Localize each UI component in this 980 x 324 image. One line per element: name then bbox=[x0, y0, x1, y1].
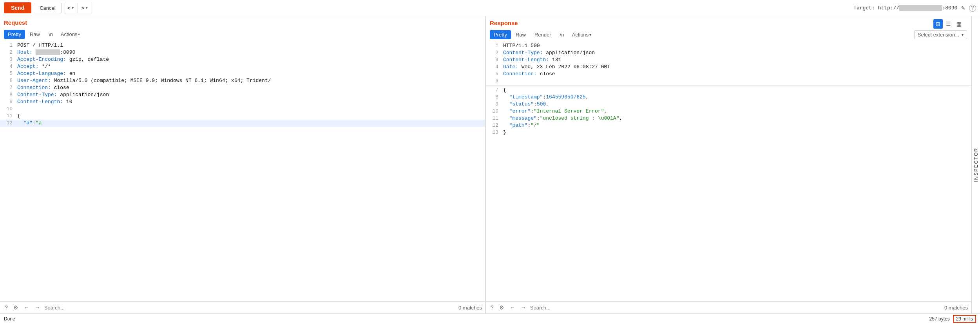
forward-dropdown-icon: ▼ bbox=[85, 6, 89, 10]
response-search-next-icon[interactable]: → bbox=[519, 304, 528, 311]
response-tab-render[interactable]: Render bbox=[531, 30, 555, 39]
table-row: 9 "status":500, bbox=[486, 101, 971, 108]
response-search-input[interactable] bbox=[530, 305, 942, 311]
table-row: 7 Connection: close bbox=[0, 84, 485, 91]
request-title: Request bbox=[4, 19, 481, 26]
millis-badge: 29 millis bbox=[953, 315, 976, 323]
target-url-masked: ██████████████ bbox=[899, 5, 942, 11]
table-row: 7 { bbox=[486, 87, 971, 94]
help-icon[interactable]: ? bbox=[969, 4, 976, 12]
table-row: 4 Date: Wed, 23 Feb 2022 06:08:27 GMT bbox=[486, 64, 971, 71]
table-row: 4 Accept: */* bbox=[0, 63, 485, 70]
table-row: 12 "a":"a bbox=[0, 120, 485, 127]
toolbar-right: Target: http://██████████████:8090 ✎ ? bbox=[853, 4, 976, 12]
target-label: Target: http://██████████████:8090 bbox=[853, 5, 957, 11]
request-actions-label: Actions bbox=[61, 31, 78, 37]
table-row: 5 Accept-Language: en bbox=[0, 70, 485, 77]
send-button[interactable]: Send bbox=[4, 2, 31, 13]
table-row: 13 } bbox=[486, 129, 971, 136]
response-tab-newline[interactable]: \n bbox=[556, 30, 568, 39]
response-search-bar: ? ⚙ ← → 0 matches bbox=[486, 301, 971, 313]
request-search-input[interactable] bbox=[44, 305, 456, 311]
status-right: 257 bytes 29 millis bbox=[929, 315, 976, 323]
status-done-text: Done bbox=[4, 316, 929, 322]
back-dropdown-icon: ▼ bbox=[71, 6, 74, 10]
response-actions-chevron-icon: ▾ bbox=[589, 33, 591, 37]
request-search-bar: ? ⚙ ← → 0 matches bbox=[0, 301, 485, 313]
request-panel: Request Pretty Raw \n Actions ▾ 1 POST /… bbox=[0, 16, 486, 313]
back-button[interactable]: < ▼ bbox=[64, 3, 78, 13]
main-content: Request Pretty Raw \n Actions ▾ 1 POST /… bbox=[0, 16, 980, 313]
response-help-search-icon[interactable]: ? bbox=[489, 304, 495, 311]
cancel-button[interactable]: Cancel bbox=[34, 3, 61, 13]
table-row: 1 POST / HTTP/1.1 bbox=[0, 42, 485, 49]
edit-target-icon[interactable]: ✎ bbox=[961, 4, 965, 12]
request-code-area[interactable]: 1 POST / HTTP/1.1 2 Host: ████████:8090 … bbox=[0, 40, 485, 301]
select-extension-button[interactable]: Select extension... ▾ bbox=[914, 30, 967, 39]
inspector-sidebar[interactable]: INSPECTOR bbox=[971, 16, 980, 313]
response-actions-button[interactable]: Actions ▾ bbox=[569, 30, 594, 39]
response-search-settings-icon[interactable]: ⚙ bbox=[498, 304, 506, 311]
request-tab-bar: Pretty Raw \n Actions ▾ bbox=[0, 30, 485, 40]
inspector-label: INSPECTOR bbox=[973, 144, 979, 185]
forward-arrow-icon: > bbox=[81, 5, 84, 11]
request-search-prev-icon[interactable]: ← bbox=[22, 304, 31, 311]
target-port: :8090 bbox=[942, 5, 957, 11]
response-matches-count: 0 matches bbox=[944, 305, 968, 311]
table-row: 3 Content-Length: 131 bbox=[486, 56, 971, 64]
table-row: 8 Content-Type: application/json bbox=[0, 91, 485, 98]
view-thumb-icon[interactable]: ▦ bbox=[954, 19, 964, 29]
response-tab-bar: Pretty Raw Render \n Actions ▾ Select ex… bbox=[486, 30, 971, 41]
select-extension-label: Select extension... bbox=[918, 32, 959, 38]
table-row: 9 Content-Length: 10 bbox=[0, 98, 485, 106]
request-tab-newline[interactable]: \n bbox=[45, 30, 57, 39]
request-matches-count: 0 matches bbox=[458, 305, 482, 311]
request-search-next-icon[interactable]: → bbox=[33, 304, 42, 311]
request-tab-pretty[interactable]: Pretty bbox=[4, 30, 25, 39]
table-row: 2 Content-Type: application/json bbox=[486, 49, 971, 56]
view-list-icon[interactable]: ☰ bbox=[944, 19, 953, 29]
response-search-prev-icon[interactable]: ← bbox=[508, 304, 517, 311]
table-row: 2 Host: ████████:8090 bbox=[0, 49, 485, 56]
response-actions-label: Actions bbox=[572, 32, 589, 38]
toolbar: Send Cancel < ▼ > ▼ Target: http://█████… bbox=[0, 0, 980, 16]
nav-buttons: < ▼ > ▼ bbox=[64, 3, 92, 13]
table-row: 6 bbox=[486, 78, 971, 85]
table-row: 12 "path":"/" bbox=[486, 122, 971, 129]
table-row: 8 "timestamp":1645596507625, bbox=[486, 94, 971, 101]
table-row: 6 User-Agent: Mozilla/5.0 (compatible; M… bbox=[0, 77, 485, 84]
forward-button[interactable]: > ▼ bbox=[78, 3, 92, 13]
response-title: Response bbox=[490, 20, 518, 26]
select-extension-chevron-icon: ▾ bbox=[962, 33, 964, 37]
target-prefix: Target: http:// bbox=[853, 5, 899, 11]
request-search-settings-icon[interactable]: ⚙ bbox=[12, 304, 20, 311]
request-tab-raw[interactable]: Raw bbox=[26, 30, 44, 39]
table-row: 11 { bbox=[0, 113, 485, 120]
request-actions-chevron-icon: ▾ bbox=[78, 32, 80, 36]
response-tab-pretty[interactable]: Pretty bbox=[490, 30, 511, 39]
table-row: 11 "message":"unclosed string : \u001A", bbox=[486, 115, 971, 122]
back-arrow-icon: < bbox=[67, 5, 71, 11]
table-row: 10 bbox=[0, 106, 485, 113]
bytes-count: 257 bytes bbox=[929, 316, 950, 322]
response-panel: Response ⊞ ☰ ▦ Pretty Raw Render \n Acti… bbox=[486, 16, 971, 313]
response-tab-raw[interactable]: Raw bbox=[512, 30, 530, 39]
response-panel-header: Response ⊞ ☰ ▦ bbox=[486, 16, 971, 30]
view-icons-group: ⊞ ☰ ▦ bbox=[933, 19, 964, 29]
table-row: 10 "error":"Internal Server Error", bbox=[486, 108, 971, 115]
status-bar: Done 257 bytes 29 millis bbox=[0, 313, 980, 324]
response-section-divider bbox=[486, 86, 971, 86]
request-help-search-icon[interactable]: ? bbox=[3, 304, 9, 311]
request-actions-button[interactable]: Actions ▾ bbox=[58, 30, 83, 39]
view-grid-icon[interactable]: ⊞ bbox=[933, 19, 943, 29]
table-row: 3 Accept-Encoding: gzip, deflate bbox=[0, 56, 485, 63]
table-row: 5 Connection: close bbox=[486, 71, 971, 78]
request-panel-header: Request bbox=[0, 16, 485, 30]
table-row: 1 HTTP/1.1 500 bbox=[486, 42, 971, 49]
response-code-area[interactable]: 1 HTTP/1.1 500 2 Content-Type: applicati… bbox=[486, 41, 971, 301]
